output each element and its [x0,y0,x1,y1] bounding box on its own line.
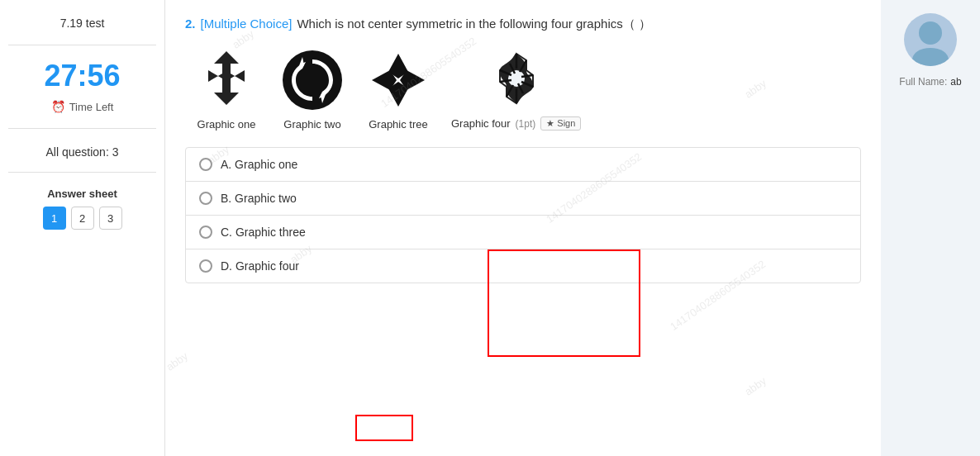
svg-point-5 [919,21,942,45]
option-c-text: C. Graphic three [221,226,306,239]
answer-num-2[interactable]: 2 [71,207,94,230]
main-content: abby 1417040288605540352 abby 1417040288… [165,0,881,456]
svg-marker-0 [208,51,245,105]
option-b[interactable]: B. Graphic two [186,182,860,216]
watermark-7: abby [165,349,190,373]
question-header: 2. [Multiple Choice] Which is not center… [185,17,861,32]
graphic-one: Graphic one [193,47,259,131]
answer-num-3[interactable]: 3 [99,207,122,230]
points-badge: (1pt) [516,118,536,130]
time-left-label: Time Left [69,101,114,113]
option-a-text: A. Graphic one [221,158,297,171]
graphic-tree: Graphic tree [365,47,431,131]
graphic-one-svg [193,47,259,113]
graphic-four-label: Graphic four [451,117,511,130]
options-container: A. Graphic one B. Graphic two C. Graphic… [185,147,861,283]
option-b-text: B. Graphic two [221,192,297,205]
full-name-value: ab [950,76,961,88]
svg-point-6 [912,48,949,66]
watermark-8: abby [742,374,768,397]
graphic-tree-svg [365,47,431,113]
timer-display: 27:56 [44,59,120,93]
full-name-label: Full Name: [899,76,947,88]
graphic-four: Graphic four (1pt) ★ Sign [451,45,581,131]
full-name-row: Full Name: ab [899,76,961,88]
radio-b[interactable] [199,192,212,205]
radio-a[interactable] [199,158,212,171]
right-panel: Full Name: ab [881,0,980,456]
option-d-text: D. Graphic four [221,259,299,273]
sidebar-title: 7.19 test [60,17,105,30]
answer-sheet-label: Answer sheet [47,188,117,200]
graphic-four-svg [483,45,549,112]
option-c[interactable]: C. Graphic three [186,216,860,249]
radio-d[interactable] [199,259,212,273]
answer-num-1[interactable]: 1 [43,207,66,230]
graphic-two: Graphic two [279,47,345,131]
graphic-one-label: Graphic one [197,118,256,131]
sidebar: 7.19 test 27:56 ⏰ Time Left All question… [0,0,165,456]
divider-3 [8,172,156,173]
sidebar-divider [8,45,156,45]
question-text: Which is not center symmetric in the fol… [297,17,651,32]
avatar-svg [904,13,957,66]
graphic-two-svg [279,47,345,113]
svg-point-1 [283,50,342,110]
svg-point-4 [508,70,525,87]
graphics-row: Graphic one Graphic two Graphic tree [185,45,861,131]
bottom-red-box [355,415,413,441]
graphic-four-info: Graphic four (1pt) ★ Sign [451,116,581,131]
divider-2 [8,128,156,129]
answer-sheet-numbers: 1 2 3 [43,207,122,230]
clock-icon: ⏰ [51,100,65,113]
radio-c[interactable] [199,226,212,239]
avatar [904,13,957,66]
question-number: 2. [185,17,196,31]
time-left-row: ⏰ Time Left [51,100,114,113]
option-d[interactable]: D. Graphic four [186,249,860,283]
all-question-label: All question: 3 [46,145,119,159]
option-a[interactable]: A. Graphic one [186,148,860,182]
graphic-two-label: Graphic two [283,118,340,131]
sign-button[interactable]: ★ Sign [540,116,581,131]
question-type: [Multiple Choice] [201,17,293,31]
graphic-tree-label: Graphic tree [369,118,428,131]
